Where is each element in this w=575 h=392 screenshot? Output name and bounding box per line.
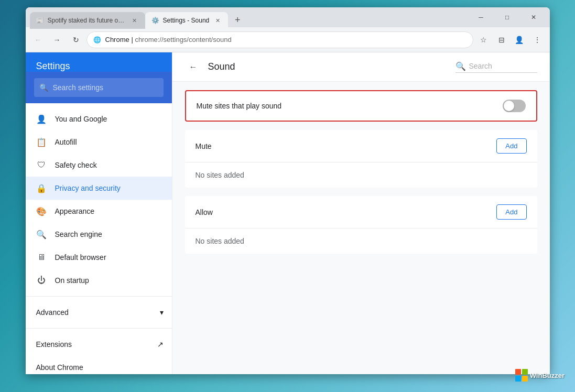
content-search-icon: 🔍: [455, 61, 466, 71]
sidebar-label-on-startup: On startup: [55, 276, 89, 285]
external-link-icon: ↗: [157, 340, 164, 349]
browser-content: Settings 🔍 👤 You and Google 📋 Auto: [26, 52, 550, 374]
tab-spotify-title: Spotify staked its future on podc: [48, 17, 126, 24]
tabs-container: 📰 Spotify staked its future on podc ✕ ⚙️…: [30, 7, 469, 27]
content-search: 🔍: [455, 61, 537, 73]
allow-section: Allow Add No sites added: [185, 196, 537, 254]
address-bar[interactable]: 🌐 Chrome | chrome://settings/content/sou…: [86, 31, 473, 48]
sidebar-item-safety-check[interactable]: 🛡 Safety check: [26, 154, 172, 177]
tab-settings-close[interactable]: ✕: [213, 16, 222, 25]
sidebar-item-extensions[interactable]: Extensions ↗: [26, 333, 172, 356]
address-text: Chrome | chrome://settings/content/sound: [105, 36, 466, 43]
content-search-input[interactable]: [469, 62, 537, 70]
nav-divider: [26, 296, 172, 297]
palette-icon: 🎨: [36, 206, 47, 216]
main-content: ← Sound 🔍 Mute sites that play sound Mu: [172, 52, 550, 374]
sidebar-item-appearance[interactable]: 🎨 Appearance: [26, 200, 172, 223]
profile-icon[interactable]: 👤: [511, 31, 528, 48]
address-url: chrome://settings/content/sound: [135, 36, 231, 43]
toolbar-icons: ☆ ⊟ 👤 ⋮: [475, 31, 546, 48]
maximize-button[interactable]: □: [495, 9, 519, 26]
bookmark-icon[interactable]: ☆: [475, 31, 492, 48]
sidebar-label-appearance: Appearance: [55, 207, 95, 215]
search-engine-icon: 🔍: [36, 230, 47, 239]
sidebar-label-extensions: Extensions: [36, 340, 72, 349]
toolbar: ← → ↻ 🌐 Chrome | chrome://settings/conte…: [26, 27, 550, 52]
menu-icon[interactable]: ⋮: [529, 31, 546, 48]
tab-settings-title: Settings - Sound: [163, 17, 210, 24]
sidebar-label-advanced: Advanced: [36, 308, 69, 317]
autofill-icon: 📋: [36, 137, 47, 147]
sidebar-item-privacy-security[interactable]: 🔒 Privacy and security: [26, 177, 172, 200]
sidebar-label-you-and-google: You and Google: [55, 115, 107, 123]
sidebar-item-on-startup[interactable]: ⏻ On startup: [26, 269, 172, 292]
mute-section: Mute Add No sites added: [185, 130, 537, 188]
sidebar-nav: 👤 You and Google 📋 Autofill 🛡 Safety che…: [26, 103, 172, 374]
title-bar: 📰 Spotify staked its future on podc ✕ ⚙️…: [26, 7, 550, 27]
allow-add-button[interactable]: Add: [496, 204, 526, 220]
mute-section-title: Mute: [196, 142, 212, 150]
allow-section-title: Allow: [196, 208, 213, 216]
mute-sites-toggle[interactable]: [503, 100, 526, 112]
mute-add-button[interactable]: Add: [496, 138, 526, 154]
sidebar-label-search-engine: Search engine: [55, 230, 102, 238]
sidebar-item-default-browser[interactable]: 🖥 Default browser: [26, 246, 172, 269]
shield-icon: 🛡: [36, 160, 47, 170]
person-icon: 👤: [36, 114, 47, 124]
sidebar-label-safety-check: Safety check: [55, 161, 97, 169]
startup-icon: ⏻: [36, 276, 47, 285]
content-title: Sound: [208, 61, 449, 72]
mute-empty-message: No sites added: [185, 162, 537, 188]
sidebar-label-autofill: Autofill: [55, 138, 77, 146]
browser-window: 📰 Spotify staked its future on podc ✕ ⚙️…: [26, 7, 550, 374]
sidebar-item-search-engine[interactable]: 🔍 Search engine: [26, 223, 172, 246]
back-button[interactable]: ←: [30, 31, 47, 48]
winbuzzer-text: WinBuzzer: [530, 372, 565, 379]
nav-divider-2: [26, 328, 172, 329]
sidebar: Settings 🔍 👤 You and Google 📋 Auto: [26, 52, 172, 374]
sidebar-item-about-chrome[interactable]: About Chrome: [26, 356, 172, 374]
sidebar-label-privacy-security: Privacy and security: [55, 184, 121, 192]
reload-button[interactable]: ↻: [68, 31, 84, 48]
tab-spotify-favicon: 📰: [36, 17, 44, 24]
allow-empty-message: No sites added: [185, 228, 537, 254]
sidebar-item-autofill[interactable]: 📋 Autofill: [26, 130, 172, 154]
tab-settings-favicon: ⚙️: [151, 17, 159, 24]
winbuzzer-watermark: WinBuzzer: [515, 369, 565, 382]
mute-sites-toggle-section: Mute sites that play sound: [185, 90, 537, 122]
tab-settings[interactable]: ⚙️ Settings - Sound ✕: [145, 12, 229, 29]
content-back-button[interactable]: ←: [185, 59, 202, 75]
chevron-down-icon: ▾: [160, 308, 164, 317]
new-tab-button[interactable]: +: [230, 13, 245, 27]
sidebar-label-default-browser: Default browser: [55, 253, 106, 262]
sidebar-search-input[interactable]: [34, 78, 164, 97]
minimize-button[interactable]: ─: [469, 9, 493, 26]
forward-button[interactable]: →: [49, 31, 66, 48]
content-body: Mute sites that play sound Mute Add No s…: [172, 82, 550, 270]
sidebar-item-advanced[interactable]: Advanced ▾: [26, 301, 172, 324]
allow-section-header: Allow Add: [185, 196, 537, 228]
sidebar-label-about-chrome: About Chrome: [36, 363, 83, 372]
window-controls: ─ □ ✕: [469, 9, 546, 26]
close-button[interactable]: ✕: [522, 9, 546, 26]
address-domain: Chrome: [105, 36, 129, 43]
content-header: ← Sound 🔍: [172, 52, 550, 82]
mute-sites-label: Mute sites that play sound: [197, 102, 282, 110]
tab-spotify-close[interactable]: ✕: [131, 16, 139, 25]
sidebar-search-container: 🔍: [26, 72, 172, 103]
lock-icon: 🔒: [36, 183, 47, 193]
sidebar-item-you-and-google[interactable]: 👤 You and Google: [26, 107, 172, 130]
settings-title: Settings: [36, 61, 161, 72]
tab-search-icon[interactable]: ⊟: [493, 31, 510, 48]
tab-spotify[interactable]: 📰 Spotify staked its future on podc ✕: [30, 12, 145, 29]
browser-icon: 🖥: [36, 253, 47, 262]
mute-section-header: Mute Add: [185, 130, 537, 162]
winbuzzer-logo: [515, 369, 528, 382]
address-favicon: 🌐: [93, 36, 101, 43]
